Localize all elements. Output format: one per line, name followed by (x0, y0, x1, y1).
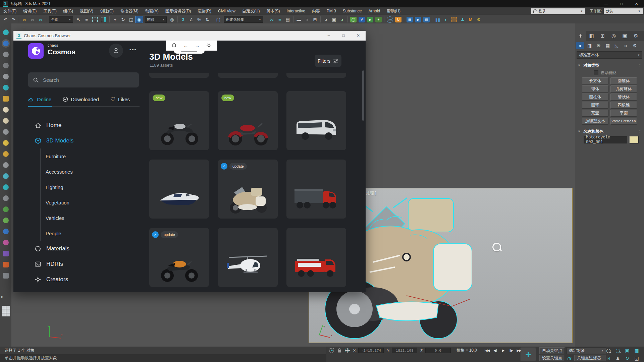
render-setup-icon[interactable]: ◕ (322, 16, 330, 23)
shapes-category[interactable]: ◨ (585, 42, 594, 50)
systems-category[interactable]: ⚙ (630, 42, 639, 50)
render-animation-icon[interactable]: ▶ (415, 17, 421, 22)
scrollbar-thumb[interactable] (362, 70, 364, 121)
menu-arnold[interactable]: Arnold (365, 7, 384, 15)
maximize-button[interactable]: □ (336, 31, 351, 41)
sidebar-item-materials[interactable]: Materials (13, 241, 140, 256)
select-by-name-icon[interactable]: ≡ (83, 16, 91, 23)
population-icon[interactable]: ◗ (442, 16, 450, 23)
cone-button[interactable]: 圆锥体 (610, 77, 637, 84)
curve-editor-icon[interactable]: ≈ (303, 16, 311, 23)
object-type-rollout[interactable]: ▼ 对象类型 ∷ (575, 61, 644, 69)
z-coordinate-field[interactable]: 0.0 (425, 348, 451, 353)
zoom-icon[interactable]: ◯ (604, 347, 613, 354)
y-coordinate-field[interactable]: 1811.108 (392, 348, 417, 353)
x-coordinate-field[interactable]: -1415.174 (358, 348, 384, 353)
menu-interactive[interactable]: Interactive (283, 7, 308, 15)
sidebar-item-accessories[interactable]: Accessories (13, 164, 140, 179)
menu-content[interactable]: 内容 (309, 7, 323, 15)
selection-lock-icon[interactable] (336, 348, 342, 353)
spinner-snap-icon[interactable]: ⇅ (203, 16, 211, 23)
vray-ipr-icon[interactable]: ▶ (367, 17, 373, 22)
asset-card-partial[interactable] (218, 73, 278, 78)
named-selection-set-dropdown[interactable]: 创建选择集▼ (224, 16, 263, 23)
use-center-icon[interactable]: ◎ (168, 16, 176, 23)
sidebar-item-vegetation[interactable]: Vegetation (13, 195, 140, 210)
select-scale-icon[interactable]: ◱ (127, 16, 135, 23)
select-object-icon[interactable]: ↖ (74, 16, 83, 23)
sidebar-item-people[interactable]: People (13, 226, 140, 241)
sidebar-item-home[interactable]: Home (13, 118, 140, 133)
go-to-start-icon[interactable]: |◀◀ (483, 347, 491, 354)
menu-tools[interactable]: 工具(T) (40, 7, 60, 15)
vray-doc-icon[interactable]: V (359, 17, 365, 22)
asset-card-orange-motorcycle[interactable]: ✓ update (149, 228, 209, 287)
sidebar-item-furniture[interactable]: Furniture (13, 148, 140, 164)
left-tool-icon[interactable] (3, 85, 9, 90)
menu-customize[interactable]: 自定义(U) (239, 7, 263, 15)
left-tool-icon[interactable] (3, 262, 9, 267)
asset-card-red-semi-truck[interactable] (286, 160, 346, 219)
asset-card-white-van[interactable] (286, 91, 346, 150)
max-creation-graph-icon[interactable]: M (467, 16, 475, 23)
left-tool-icon[interactable] (3, 184, 9, 190)
filters-button[interactable]: Filters (315, 55, 341, 67)
left-tool-icon[interactable] (3, 74, 9, 79)
geometry-category[interactable]: ● (576, 42, 584, 49)
layer-manager-icon[interactable]: ▤ (284, 16, 292, 23)
workspace-dropdown[interactable]: 默认 ▼ (604, 8, 643, 14)
unlink-selection-icon[interactable]: ∞ (29, 16, 37, 23)
back-icon[interactable]: ← (183, 43, 188, 49)
menu-file[interactable]: 文件(F) (0, 7, 20, 15)
maximize-button[interactable]: □ (614, 0, 629, 7)
name-color-rollout[interactable]: ▼ 名称和颜色 ∷ (575, 127, 644, 135)
rect-selection-region-icon[interactable] (92, 17, 98, 22)
left-tool-icon[interactable] (3, 118, 9, 124)
textplus-button[interactable]: 加强型文本 (582, 118, 608, 125)
percent-snap-icon[interactable]: % (195, 16, 203, 23)
select-link-icon[interactable]: ∞ (20, 16, 29, 23)
voxelremesh-button[interactable]: VoxelRemesh (610, 118, 637, 125)
account-avatar[interactable] (109, 44, 123, 58)
motion-tab[interactable]: ◎ (608, 31, 619, 41)
menu-animation[interactable]: 动画(A) (142, 7, 162, 15)
left-tool-icon[interactable] (3, 206, 9, 212)
left-tool-icon[interactable] (3, 273, 9, 279)
schematic-view-icon[interactable]: ⊞ (311, 16, 319, 23)
left-tool-icon[interactable] (3, 162, 9, 168)
pan-walk-icon[interactable]: ♟ (613, 355, 623, 362)
left-tool-icon[interactable] (3, 63, 9, 68)
menu-views[interactable]: 视图(V) (76, 7, 97, 15)
search-input[interactable] (42, 77, 124, 83)
sign-in-dropdown[interactable]: 登录 ▼ (531, 8, 585, 14)
orbit-icon[interactable]: ↻ (623, 355, 632, 362)
settings-gear-icon[interactable]: ⚙ (475, 16, 483, 23)
left-tool-icon[interactable] (3, 195, 9, 201)
left-tool-icon[interactable] (3, 52, 9, 57)
spacewarps-category[interactable]: ≈ (621, 42, 630, 50)
hierarchy-tab[interactable]: ⊞ (597, 31, 608, 41)
asset-card-jet-boat[interactable] (149, 160, 209, 219)
menu-create[interactable]: 创建(C) (97, 7, 117, 15)
menu-rendering[interactable]: 渲染(R) (194, 7, 215, 15)
sphere-button[interactable]: 球体 (582, 85, 608, 93)
next-frame-icon[interactable]: ||▶ (507, 347, 515, 354)
primitive-category-dropdown[interactable]: 标准基本体 ▼ (577, 51, 642, 59)
sidebar-item-hdris[interactable]: HDRIs (13, 256, 140, 272)
asset-card-touring-motorcycle[interactable]: ✓ update (218, 160, 278, 219)
select-move-icon[interactable]: + (111, 16, 119, 23)
menu-pm3[interactable]: PM 3 (323, 7, 339, 15)
left-tool-icon[interactable] (3, 140, 9, 146)
rendered-frame-icon[interactable]: ▣ (330, 16, 338, 23)
object-color-swatch[interactable] (629, 136, 639, 143)
menu-scripting[interactable]: 脚本(S) (263, 7, 283, 15)
align-icon[interactable]: ≡ (276, 16, 284, 23)
helpers-category[interactable]: ◺ (612, 42, 621, 50)
search-box[interactable] (28, 72, 139, 87)
close-button[interactable]: ✕ (351, 31, 366, 41)
state-sets-icon[interactable]: ▦ (407, 17, 413, 22)
redo-icon[interactable]: ↷ (9, 16, 17, 23)
qr-code-icon[interactable]: QR (387, 16, 393, 23)
left-tool-icon[interactable] (3, 173, 9, 179)
zoom-extents-icon[interactable]: ▣ (623, 347, 632, 354)
